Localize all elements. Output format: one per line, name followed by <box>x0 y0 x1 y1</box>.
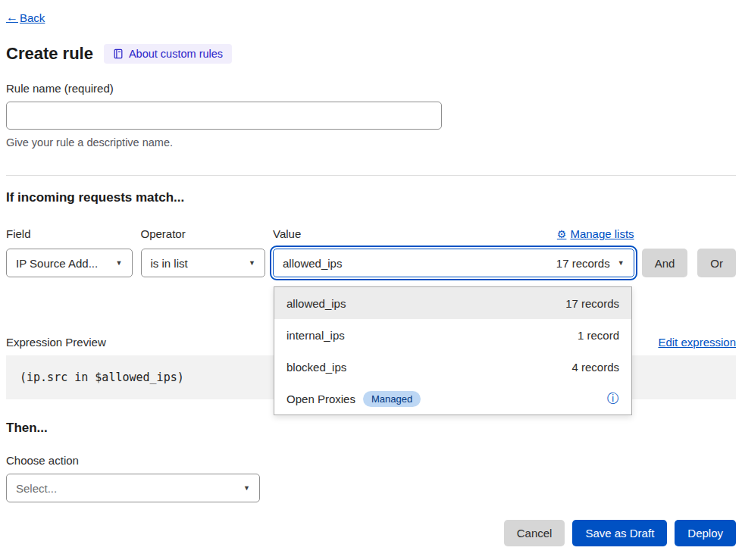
field-label: Field <box>6 227 31 240</box>
chevron-down-icon: ▼ <box>243 484 250 492</box>
manage-lists-link[interactable]: ⚙ Manage lists <box>557 227 634 240</box>
deploy-button[interactable]: Deploy <box>675 520 736 546</box>
and-button[interactable]: And <box>642 249 688 277</box>
list-option-name: allowed_ips <box>286 297 346 310</box>
chevron-down-icon: ▼ <box>249 259 255 267</box>
edit-expression-link[interactable]: Edit expression <box>658 336 736 349</box>
operator-select[interactable]: is in list ▼ <box>141 249 266 277</box>
manage-lists-label: Manage lists <box>570 227 634 240</box>
book-icon <box>113 48 124 59</box>
value-select[interactable]: allowed_ips 17 records ▼ <box>273 249 634 277</box>
list-option-meta: 17 records <box>565 297 619 310</box>
action-select[interactable]: Select... ▼ <box>6 474 260 502</box>
list-option-name: Open Proxies <box>286 393 355 405</box>
create-rule-page: ←Back Create rule About custom rules Rul… <box>0 0 742 546</box>
managed-badge: Managed <box>363 391 421 407</box>
footer-actions: Cancel Save as Draft Deploy <box>6 520 736 546</box>
list-option-name: internal_ips <box>286 329 345 342</box>
chevron-down-icon: ▼ <box>116 259 123 267</box>
save-as-draft-button[interactable]: Save as Draft <box>572 520 667 546</box>
match-condition-row: Field IP Source Add... ▼ Operator is in … <box>6 227 736 277</box>
chevron-down-icon: ▼ <box>618 259 625 267</box>
field-select[interactable]: IP Source Add... ▼ <box>6 249 133 277</box>
expression-preview-label: Expression Preview <box>6 336 106 349</box>
action-select-placeholder: Select... <box>16 482 57 495</box>
list-option-meta: 1 record <box>578 329 619 342</box>
operator-select-value: is in list <box>151 257 188 270</box>
list-option-allowed-ips[interactable]: allowed_ips 17 records <box>274 287 631 319</box>
gear-icon: ⚙ <box>557 228 567 240</box>
rule-name-input[interactable] <box>6 102 442 130</box>
or-button[interactable]: Or <box>697 249 736 277</box>
list-option-internal-ips[interactable]: internal_ips 1 record <box>274 319 631 351</box>
list-dropdown-menu: allowed_ips 17 records internal_ips 1 re… <box>274 286 632 415</box>
back-link[interactable]: ←Back <box>6 11 45 24</box>
operator-label: Operator <box>141 227 186 240</box>
list-option-blocked-ips[interactable]: blocked_ips 4 records <box>274 351 631 383</box>
expression-text: (ip.src in $allowed_ips) <box>20 371 184 384</box>
list-option-open-proxies[interactable]: Open Proxies Managed ⓘ <box>274 383 631 415</box>
then-section-heading: Then... <box>6 421 736 436</box>
page-title: Create rule <box>6 44 93 64</box>
list-option-name: blocked_ips <box>286 361 346 374</box>
cancel-button[interactable]: Cancel <box>504 520 565 546</box>
value-select-value: allowed_ips <box>283 257 342 270</box>
field-select-value: IP Source Add... <box>16 257 98 270</box>
back-link-label: Back <box>20 11 45 24</box>
back-arrow-icon: ← <box>6 11 18 24</box>
rule-name-label: Rule name (required) <box>6 82 736 95</box>
rule-name-helper-text: Give your rule a descriptive name. <box>6 136 736 149</box>
about-custom-rules-link[interactable]: About custom rules <box>104 44 232 64</box>
about-custom-rules-label: About custom rules <box>129 48 223 60</box>
section-divider <box>6 175 736 176</box>
match-section-heading: If incoming requests match... <box>6 190 736 205</box>
list-option-meta: 4 records <box>572 361 620 374</box>
info-icon[interactable]: ⓘ <box>607 391 619 407</box>
value-label: Value <box>273 227 301 240</box>
choose-action-label: Choose action <box>6 454 736 467</box>
value-select-meta: 17 records <box>556 257 610 270</box>
